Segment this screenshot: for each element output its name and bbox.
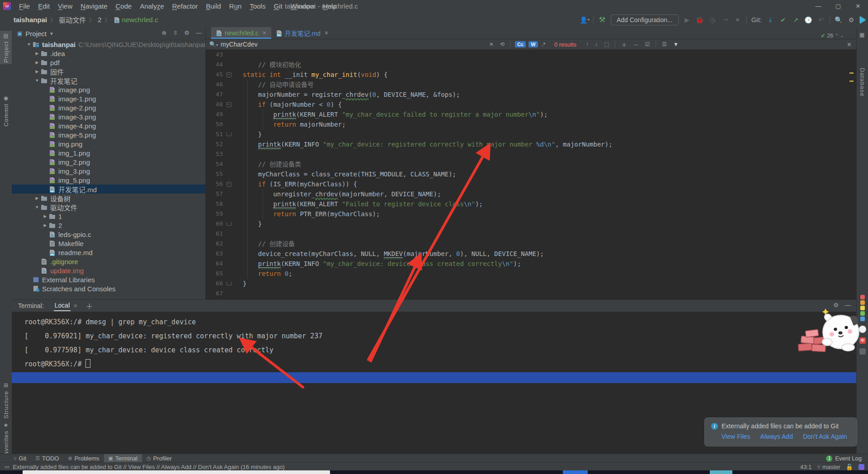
tool-button-terminal[interactable]: ▣Terminal — [104, 454, 142, 463]
rollback-icon[interactable]: ↶ — [817, 16, 825, 24]
previous-occurrence-icon[interactable]: ↑ — [586, 41, 589, 47]
chevron-down-icon[interactable]: ⌄ — [840, 33, 844, 38]
tree-expanded-arrow[interactable]: ▼ — [25, 42, 33, 47]
tree-item[interactable]: .gitignore — [12, 257, 205, 266]
tree-item[interactable]: readme.md — [12, 248, 205, 257]
plugin-tab-color-block[interactable] — [860, 300, 865, 305]
code-line[interactable]: 53 — [206, 149, 856, 159]
tree-expanded-arrow[interactable]: ▼ — [33, 78, 41, 83]
tree-item[interactable]: leds-gpio.c — [12, 230, 205, 239]
maximize-button[interactable]: ▢ — [828, 0, 848, 12]
view-files-link[interactable]: View Files — [722, 433, 750, 440]
tree-item[interactable]: Scratches and Consoles — [12, 284, 205, 293]
close-button[interactable]: ✕ — [848, 0, 868, 12]
tool-button-problems[interactable]: ⊜Problems — [63, 454, 104, 463]
remove-selection-icon[interactable]: － — [633, 41, 638, 48]
add-selection-icon[interactable]: ＋ — [621, 41, 627, 48]
screenshot-grid-icon[interactable]: ▦ — [859, 32, 864, 38]
hide-panel-icon[interactable]: — — [196, 29, 202, 36]
profiler-icon[interactable]: ◷ — [708, 16, 717, 24]
fold-gutter[interactable] — [223, 279, 235, 289]
code-line[interactable]: 61 — [206, 229, 856, 239]
inspection-widget[interactable]: ✔ 26 ⌃ ⌄ — [821, 33, 844, 39]
tree-item[interactable]: ▶设备树 — [12, 194, 205, 203]
fold-end-icon[interactable] — [226, 222, 231, 226]
tree-item[interactable]: ▶固件 — [12, 67, 205, 76]
code-line[interactable]: 62 // 创建设备 — [206, 239, 856, 249]
event-log-button[interactable]: 1 Event Log — [826, 455, 862, 462]
git-branch-widget[interactable]: ⑂ master — [817, 464, 840, 470]
search-everywhere-icon[interactable]: 🔍 — [835, 16, 843, 24]
menu-tools[interactable]: Tools — [245, 0, 269, 12]
tree-item[interactable]: image-5.png — [12, 130, 205, 139]
code-line[interactable]: 48− if (majorNumber < 0) { — [206, 100, 856, 109]
code-line[interactable]: 54 // 创建设备类 — [206, 159, 856, 169]
tree-item[interactable]: ▼taishanpaiC:\Users\QINGJUE\Desktop\git\… — [12, 40, 205, 49]
colorful-plugin-icon[interactable] — [860, 16, 866, 24]
menu-build[interactable]: Build — [202, 0, 225, 12]
code-line[interactable]: 64 printk(KERN_INFO "my_char_device: dev… — [206, 259, 856, 269]
locate-file-icon[interactable]: ⊕ — [162, 29, 167, 36]
code-line[interactable]: 47 majorNumber = register_chrdev(0, DEVI… — [206, 90, 856, 100]
tree-item[interactable]: image-2.png — [12, 103, 205, 112]
caret-position[interactable]: 43:1 — [800, 464, 811, 470]
dont-ask-again-link[interactable]: Don't Ask Again — [803, 433, 847, 440]
tool-button-profiler[interactable]: ◷Profiler — [142, 454, 176, 463]
menu-navigate[interactable]: Navigate — [76, 0, 111, 12]
menu-refactor[interactable]: Refactor — [168, 0, 202, 12]
code-line[interactable]: 45−static int __init my_char_init(void) … — [206, 70, 856, 80]
tree-collapsed-arrow[interactable]: ▶ — [33, 51, 41, 56]
status-message[interactable]: Externally added files can be added to G… — [13, 464, 284, 470]
tree-item[interactable]: img_1.png — [12, 148, 205, 157]
clear-search-icon[interactable]: ✕ — [489, 41, 494, 47]
code-line[interactable]: 63 device_create(myCharClass, NULL, MKDE… — [206, 249, 856, 259]
search-history-icon[interactable]: ⟲ — [500, 41, 505, 47]
tree-collapsed-arrow[interactable]: ▶ — [33, 196, 41, 200]
fold-end-icon[interactable] — [226, 282, 231, 285]
tree-expanded-arrow[interactable]: ▼ — [33, 205, 41, 209]
menu-run[interactable]: Run — [225, 0, 246, 12]
select-all-occurrences-icon[interactable]: ☑ — [645, 41, 650, 47]
code-line[interactable]: 65 return 0; — [206, 269, 856, 279]
fold-gutter[interactable]: − — [223, 100, 235, 109]
tree-item[interactable]: ▼开发笔记 — [12, 76, 205, 85]
tree-item[interactable]: img_3.png — [12, 166, 205, 175]
coverage-icon[interactable]: ◔▾ — [721, 16, 729, 24]
breadcrumb-file[interactable]: newchrled.c — [113, 16, 158, 24]
terminal-tab-local[interactable]: Local — [54, 301, 71, 311]
always-add-link[interactable]: Always Add — [760, 433, 793, 440]
search-input[interactable]: myCharCdev — [221, 41, 258, 48]
tree-item[interactable]: image-4.png — [12, 121, 205, 130]
tree-item[interactable]: ▼驱动文件 — [12, 203, 205, 212]
minimize-button[interactable]: — — [808, 0, 828, 12]
code-line[interactable]: 46 // 自动申请设备号 — [206, 80, 856, 90]
menu-file[interactable]: File — [15, 0, 34, 12]
breadcrumb-item[interactable]: 2 — [98, 16, 101, 24]
tree-item[interactable]: ▶2 — [12, 221, 205, 230]
code-line[interactable]: 56− if (IS_ERR(myCharClass)) { — [206, 179, 856, 189]
tree-item[interactable]: ▶.idea — [12, 49, 205, 58]
code-line[interactable]: 66} — [206, 279, 856, 289]
code-line[interactable]: 43 — [206, 50, 856, 60]
code-line[interactable]: 51 } — [206, 129, 856, 139]
fold-collapse-icon[interactable]: − — [226, 102, 231, 107]
tool-tab-structure[interactable]: ⊞ Structure — [0, 382, 12, 419]
git-push-icon[interactable]: ↗ — [792, 16, 800, 24]
editor-tab-newchrled.c[interactable]: newchrled.c✕ — [211, 27, 271, 39]
settings-gear-icon[interactable]: ⚙ — [847, 16, 855, 24]
close-tab-icon[interactable]: ✕ — [324, 30, 329, 36]
tree-collapsed-arrow[interactable]: ▶ — [42, 223, 49, 228]
tree-item[interactable]: ▶pdf — [12, 58, 205, 67]
regex-toggle[interactable]: .* — [542, 42, 545, 47]
tree-collapsed-arrow[interactable]: ▶ — [42, 214, 49, 218]
words-toggle[interactable]: W — [528, 41, 538, 47]
code-editor[interactable]: 4344 // 模块初始化45−static int __init my_cha… — [206, 49, 856, 299]
tree-item[interactable]: Makefile — [12, 239, 205, 248]
tool-button-git[interactable]: ⑂Git — [9, 454, 31, 463]
next-occurrence-icon[interactable]: ↓ — [595, 41, 598, 47]
code-line[interactable]: 49 printk(KERN_ALERT "my_char_device fai… — [206, 109, 856, 119]
unlock-icon[interactable]: 🔓 — [846, 464, 853, 470]
tool-window-toggle-icon[interactable]: ▭ — [5, 464, 9, 470]
code-line[interactable]: 58 printk(KERN_ALERT "Failed to register… — [206, 199, 856, 209]
code-line[interactable]: 52 printk(KERN_INFO "my_char_device: reg… — [206, 139, 856, 149]
